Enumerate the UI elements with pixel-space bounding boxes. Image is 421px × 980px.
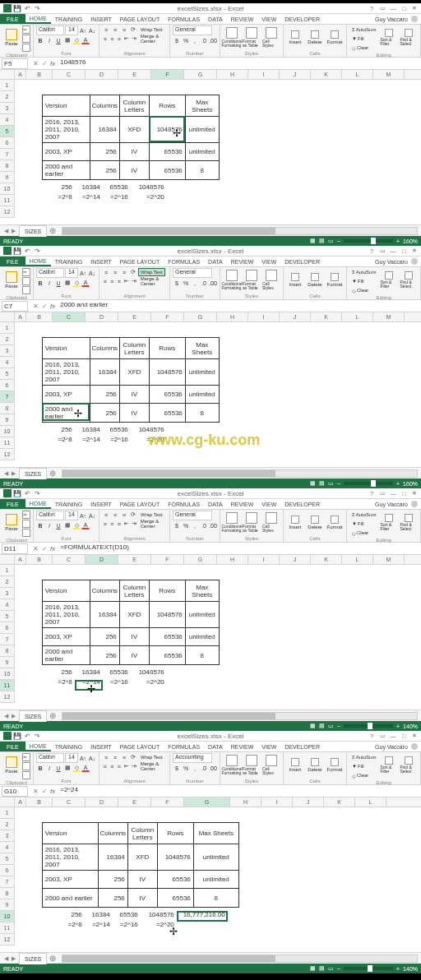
clear-button[interactable]: ◇ Clear — [349, 286, 378, 294]
row-header-1[interactable]: 1 — [0, 807, 15, 819]
save-icon[interactable]: 💾 — [13, 247, 21, 255]
worksheet-grid[interactable]: ABCDEFGHIJKLM123456789101112VersionColum… — [0, 312, 421, 467]
tab-developer[interactable]: DEVELOPER — [280, 14, 324, 24]
insert-cells-button[interactable]: Insert — [286, 25, 304, 49]
find-select-button[interactable]: Find & Select — [400, 511, 418, 534]
undo-icon[interactable]: ↶ — [23, 732, 31, 740]
increase-indent-icon[interactable]: ⇥ — [131, 520, 137, 528]
align-top-icon[interactable]: ≡ — [102, 25, 110, 34]
border-button[interactable]: ▦ — [63, 36, 72, 44]
col-header-J[interactable]: J — [280, 312, 311, 321]
find-select-button[interactable]: Find & Select — [400, 753, 418, 776]
row-header-9[interactable]: 9 — [0, 172, 15, 183]
maximize-icon[interactable]: □ — [399, 4, 409, 12]
italic-button[interactable]: I — [45, 521, 53, 529]
tab-view[interactable]: VIEW — [257, 14, 280, 24]
row-header-2[interactable]: 2 — [0, 91, 15, 103]
ribbon-collapse-icon[interactable]: ▭ — [377, 732, 387, 740]
number-format-select[interactable]: General — [173, 268, 212, 278]
col-header-C[interactable]: C — [53, 555, 86, 564]
zoom-level[interactable]: 140% — [403, 966, 418, 972]
row-header-11[interactable]: 11 — [0, 437, 15, 449]
col-header-M[interactable]: M — [373, 555, 405, 564]
tab-insert[interactable]: INSERT — [86, 742, 116, 751]
col-header-K[interactable]: K — [311, 555, 342, 564]
undo-icon[interactable]: ↶ — [23, 247, 31, 255]
align-left-icon[interactable]: ≡ — [102, 35, 109, 43]
decrease-font-icon[interactable]: A↓ — [88, 26, 96, 35]
align-left-icon[interactable]: ≡ — [102, 520, 109, 528]
worksheet-grid[interactable]: ABCDEFGHIJKL123456789101112VersionColumn… — [0, 797, 421, 952]
merge-center-button[interactable]: Merge & Center — [138, 762, 167, 770]
formula-input[interactable]: =2^24 — [57, 786, 421, 797]
col-header-I[interactable]: I — [261, 797, 293, 807]
tab-review[interactable]: REVIEW — [227, 742, 258, 751]
tab-view[interactable]: VIEW — [257, 499, 280, 509]
tab-home[interactable]: HOME — [25, 499, 51, 509]
redo-icon[interactable]: ↷ — [33, 4, 41, 12]
format-painter-icon[interactable] — [22, 529, 30, 537]
align-middle-icon[interactable]: ≡ — [111, 753, 119, 761]
increase-font-icon[interactable]: A↑ — [79, 269, 87, 277]
row-header-9[interactable]: 9 — [0, 657, 15, 668]
paste-button[interactable]: Paste — [2, 753, 21, 776]
tab-file[interactable]: FILE — [0, 14, 25, 24]
font-name-select[interactable]: Calibri — [36, 511, 64, 520]
copy-icon[interactable] — [22, 520, 30, 528]
currency-icon[interactable]: $ — [173, 279, 181, 287]
row-header-8[interactable]: 8 — [0, 645, 15, 657]
tab-review[interactable]: REVIEW — [227, 257, 258, 266]
cell-styles-button[interactable]: Cell Styles — [262, 268, 280, 291]
view-normal-icon[interactable]: ▦ — [310, 238, 316, 244]
row-header-4[interactable]: 4 — [0, 114, 15, 126]
row-header-10[interactable]: 10 — [0, 183, 15, 195]
insert-cells-button[interactable]: Insert — [286, 268, 304, 291]
maximize-icon[interactable]: □ — [399, 489, 409, 497]
font-color-button[interactable]: A — [81, 764, 90, 772]
user-avatar-icon[interactable] — [411, 501, 418, 507]
undo-icon[interactable]: ↶ — [23, 489, 31, 497]
close-icon[interactable]: ✕ — [409, 489, 419, 497]
clear-button[interactable]: ◇ Clear — [349, 44, 378, 52]
wrap-text-button[interactable]: Wrap Text — [138, 268, 165, 276]
col-header-F[interactable]: F — [151, 555, 184, 564]
copy-icon[interactable] — [22, 277, 30, 285]
row-header-1[interactable]: 1 — [0, 80, 15, 91]
sheet-nav-next-icon[interactable]: ▶ — [10, 470, 16, 477]
percent-icon[interactable]: % — [182, 521, 190, 529]
col-header-J[interactable]: J — [280, 70, 311, 79]
accept-formula-icon[interactable]: ✓ — [40, 544, 49, 552]
zoom-in-icon[interactable]: + — [396, 481, 400, 487]
align-left-icon[interactable]: ≡ — [102, 762, 109, 770]
zoom-in-icon[interactable]: + — [396, 723, 400, 729]
row-header-9[interactable]: 9 — [0, 414, 15, 426]
italic-button[interactable]: I — [45, 36, 53, 44]
redo-icon[interactable]: ↷ — [33, 732, 41, 740]
insert-cells-button[interactable]: Insert — [286, 511, 304, 534]
row-header-12[interactable]: 12 — [0, 449, 15, 460]
tab-view[interactable]: VIEW — [257, 257, 280, 266]
font-name-select[interactable]: Calibri — [36, 753, 64, 763]
col-header-H[interactable]: H — [230, 797, 261, 807]
merge-center-button[interactable]: Merge & Center — [138, 520, 167, 528]
row-header-6[interactable]: 6 — [0, 380, 15, 391]
border-button[interactable]: ▦ — [63, 764, 72, 772]
name-box[interactable]: G10 — [2, 786, 28, 797]
decrease-decimal-icon[interactable]: .00 — [209, 279, 217, 287]
col-header-C[interactable]: C — [53, 797, 86, 807]
col-header-I[interactable]: I — [248, 312, 280, 321]
wrap-text-button[interactable]: Wrap Text — [138, 511, 165, 519]
fill-button[interactable]: ▼ Fill — [349, 762, 378, 770]
tab-home[interactable]: HOME — [25, 257, 51, 266]
orientation-icon[interactable]: ⟳ — [129, 753, 137, 761]
percent-icon[interactable]: % — [182, 279, 190, 287]
worksheet-grid[interactable]: ABCDEFGHIJKLM123456789101112VersionColum… — [0, 70, 421, 224]
col-header-A[interactable]: A — [15, 797, 26, 807]
col-header-K[interactable]: K — [311, 70, 342, 79]
cancel-formula-icon[interactable]: ✕ — [31, 59, 39, 67]
sheet-nav-next-icon[interactable]: ▶ — [10, 713, 16, 719]
clear-button[interactable]: ◇ Clear — [349, 771, 378, 779]
row-header-3[interactable]: 3 — [0, 588, 15, 599]
help-icon[interactable]: ? — [367, 732, 377, 740]
tab-home[interactable]: HOME — [25, 742, 51, 751]
